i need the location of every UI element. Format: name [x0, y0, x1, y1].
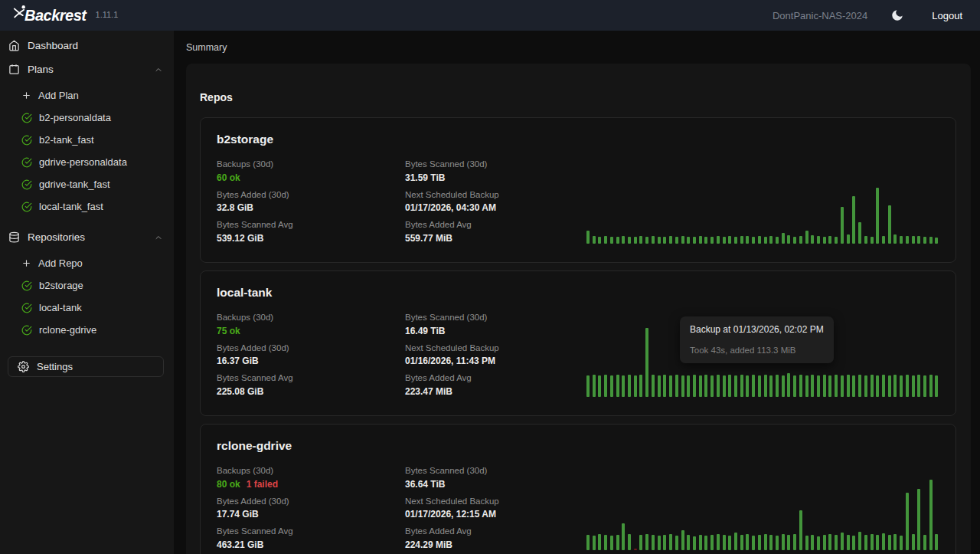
chart-bar[interactable] — [929, 375, 933, 397]
chart-bar[interactable] — [687, 535, 690, 550]
sidebar-repo-item-local-tank[interactable]: local-tank — [0, 297, 174, 319]
sidebar-plan-item-b2-personaldata[interactable]: b2-personaldata — [0, 107, 174, 129]
add-repo-button[interactable]: Add Repo — [0, 252, 174, 274]
chart-bar[interactable] — [917, 236, 920, 244]
chart-bar[interactable] — [616, 375, 619, 397]
chart-bar[interactable] — [639, 375, 642, 397]
repo-activity-chart[interactable] — [586, 173, 939, 244]
chart-bar[interactable] — [593, 236, 596, 244]
chart-bar[interactable] — [669, 534, 672, 550]
sidebar-plan-item-gdrive-tank_fast[interactable]: gdrive-tank_fast — [0, 173, 174, 195]
chart-bar[interactable] — [828, 236, 831, 244]
chart-bar[interactable] — [847, 234, 850, 244]
chart-bar[interactable] — [652, 535, 655, 550]
chart-bar[interactable] — [704, 536, 707, 550]
chart-bar[interactable] — [669, 375, 672, 397]
chart-bar[interactable] — [864, 236, 867, 244]
chart-bar[interactable] — [645, 328, 648, 397]
sidebar-plan-item-local-tank_fast[interactable]: local-tank_fast — [0, 195, 174, 218]
chart-bar[interactable] — [634, 237, 637, 244]
chart-bar[interactable] — [604, 535, 607, 550]
repo-title[interactable]: rclone-gdrive — [217, 439, 939, 453]
chart-bar[interactable] — [658, 375, 661, 397]
chart-bar[interactable] — [645, 237, 648, 244]
chart-bar[interactable] — [864, 535, 867, 550]
chart-bar[interactable] — [639, 236, 642, 244]
chart-bar[interactable] — [699, 535, 702, 550]
chart-bar[interactable] — [852, 196, 855, 244]
chart-bar[interactable] — [734, 533, 737, 550]
chart-bar[interactable] — [841, 375, 844, 397]
repo-title[interactable]: b2storage — [217, 133, 939, 146]
chart-bar[interactable] — [586, 231, 590, 244]
chart-bar[interactable] — [823, 237, 826, 244]
chart-bar[interactable] — [847, 375, 850, 397]
sidebar-repo-item-b2storage[interactable]: b2storage — [0, 274, 174, 297]
chart-bar[interactable] — [669, 236, 672, 244]
chart-bar[interactable] — [912, 375, 915, 397]
chart-bar[interactable] — [888, 535, 891, 550]
chart-bar[interactable] — [929, 237, 933, 244]
chart-bar[interactable] — [752, 237, 755, 244]
chart-bar[interactable] — [645, 534, 648, 550]
chart-bar[interactable] — [586, 535, 590, 550]
chart-bar[interactable] — [710, 375, 714, 397]
chart-bar[interactable] — [769, 535, 773, 550]
chart-bar[interactable] — [758, 375, 761, 397]
chart-bar[interactable] — [793, 534, 796, 550]
chart-bar[interactable] — [598, 237, 601, 244]
chart-bar[interactable] — [764, 534, 767, 550]
chart-bar[interactable] — [888, 205, 891, 244]
chart-bar[interactable] — [787, 373, 790, 397]
chart-bar[interactable] — [687, 237, 690, 244]
chart-bar[interactable] — [900, 536, 903, 550]
sidebar-item-settings[interactable]: Settings — [8, 356, 164, 377]
chart-bar[interactable] — [681, 375, 684, 397]
chart-bar[interactable] — [841, 207, 844, 244]
chart-bar[interactable] — [787, 535, 790, 550]
chart-bar[interactable] — [663, 375, 666, 397]
chart-bar[interactable] — [746, 236, 749, 244]
theme-toggle-button[interactable] — [890, 8, 904, 22]
sidebar-repo-item-rclone-gdrive[interactable]: rclone-gdrive — [0, 319, 174, 341]
chart-bar[interactable] — [782, 233, 785, 244]
chart-bar[interactable] — [758, 236, 761, 244]
chart-bar[interactable] — [917, 489, 920, 550]
chart-bar[interactable] — [734, 237, 737, 244]
chart-bar[interactable] — [622, 523, 625, 550]
chart-bar[interactable] — [852, 536, 855, 550]
chart-bar[interactable] — [740, 535, 743, 550]
chart-bar[interactable] — [610, 536, 613, 550]
chart-bar[interactable] — [817, 375, 820, 397]
chart-bar[interactable] — [639, 535, 642, 550]
repo-activity-chart[interactable] — [586, 480, 939, 550]
chart-bar[interactable] — [828, 534, 831, 550]
chart-bar[interactable] — [858, 375, 861, 397]
chart-bar[interactable] — [586, 375, 590, 397]
chart-bar[interactable] — [935, 238, 938, 244]
chart-bar[interactable] — [882, 375, 885, 397]
chart-bar[interactable] — [799, 236, 802, 244]
chart-bar[interactable] — [693, 375, 696, 397]
chart-bar[interactable] — [652, 375, 655, 397]
chart-bar[interactable] — [622, 375, 625, 397]
chart-bar[interactable] — [823, 535, 826, 550]
chart-bar[interactable] — [893, 375, 897, 397]
chart-bar[interactable] — [817, 536, 820, 550]
chart-bar[interactable] — [769, 236, 773, 244]
chart-bar[interactable] — [828, 375, 831, 397]
chart-bar[interactable] — [663, 535, 666, 550]
chart-bar[interactable] — [593, 375, 596, 397]
chart-bar[interactable] — [628, 534, 631, 550]
chart-bar[interactable] — [752, 375, 755, 397]
chart-bar[interactable] — [628, 237, 631, 244]
chart-bar[interactable] — [740, 236, 743, 244]
chart-bar[interactable] — [746, 534, 749, 550]
chart-bar[interactable] — [805, 231, 808, 244]
chart-bar[interactable] — [622, 236, 625, 244]
repo-activity-chart[interactable]: Backup at 01/13/2026, 02:02 PMTook 43s, … — [586, 326, 939, 397]
repo-title[interactable]: local-tank — [217, 286, 939, 300]
chart-bar[interactable] — [628, 375, 631, 397]
chart-bar[interactable] — [793, 237, 796, 244]
chart-bar[interactable] — [811, 375, 814, 397]
